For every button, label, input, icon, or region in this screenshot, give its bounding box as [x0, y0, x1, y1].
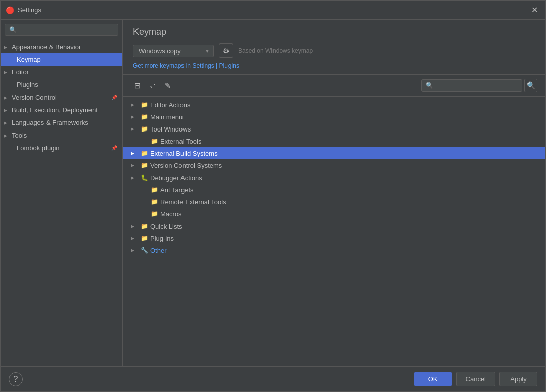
tree-item-label: Remote External Tools [160, 198, 226, 206]
based-on-text: Based on Windows keymap [238, 47, 313, 54]
gear-button[interactable]: ⚙ [219, 43, 233, 58]
arrow-icon: ▶ [4, 70, 9, 75]
sidebar-item-label: Build, Execution, Deployment [12, 106, 98, 114]
help-button[interactable]: ? [9, 372, 23, 386]
tree-arrow-icon: ▶ [131, 163, 138, 168]
close-button[interactable]: ✕ [528, 4, 540, 16]
keymap-select[interactable]: Windows copy [133, 45, 214, 57]
tree-item-main-menu[interactable]: ▶ 📁 Main menu [123, 111, 545, 123]
sidebar-item-tools[interactable]: ▶ Tools [1, 129, 122, 142]
title-bar: 🔴 Settings ✕ [1, 1, 545, 20]
sidebar-item-label: Keymap [17, 56, 41, 63]
sidebar-item-label: Plugins [17, 81, 38, 89]
tree-item-macros[interactable]: 📁 Macros [123, 208, 545, 220]
tree-item-plug-ins[interactable]: ▶ 📁 Plug-ins [123, 232, 545, 244]
tree-item-label: Debugger Actions [150, 174, 202, 182]
sidebar-item-label: Lombok plugin [17, 144, 108, 152]
tree-item-label: Ant Targets [160, 186, 194, 194]
sidebar-item-version-control[interactable]: ▶ Version Control 📌 [1, 91, 122, 104]
folder-icon: 📁 [140, 125, 148, 133]
tree-arrow-icon: ▶ [131, 151, 138, 156]
keymap-search-input[interactable] [421, 79, 522, 92]
settings-dialog: 🔴 Settings ✕ ▶ Appearance & Behavior Key… [0, 0, 546, 392]
cancel-button[interactable]: Cancel [456, 372, 495, 386]
other-icon: 🔧 [140, 246, 148, 254]
footer-right: OK Cancel Apply [414, 372, 537, 386]
tree-item-label: Tool Windows [150, 125, 191, 133]
dialog-footer: ? OK Cancel Apply [1, 366, 545, 391]
app-icon: 🔴 [6, 6, 14, 14]
collapse-icon: ⇌ [150, 81, 156, 90]
dialog-content: ▶ Appearance & Behavior Keymap ▶ Editor … [1, 20, 545, 366]
tree-arrow-icon: ▶ [131, 114, 138, 119]
sidebar-item-languages[interactable]: ▶ Languages & Frameworks [1, 116, 122, 129]
folder-icon: 📁 [140, 149, 148, 157]
main-header: Keymap Windows copy ▼ ⚙ Based on Windows… [123, 20, 545, 75]
tree-item-remote-external-tools[interactable]: 📁 Remote External Tools [123, 196, 545, 208]
pin-icon: 📌 [111, 95, 117, 100]
sidebar-item-label: Version Control [12, 94, 108, 101]
edit-shortcut-button[interactable]: ✎ [161, 79, 174, 92]
arrow-icon: ▶ [4, 120, 9, 125]
expand-all-button[interactable]: ⊟ [131, 79, 144, 92]
find-action-button[interactable]: 🔍 [524, 79, 537, 92]
sidebar-search-box [1, 20, 122, 40]
sidebar-item-build[interactable]: ▶ Build, Execution, Deployment [1, 104, 122, 116]
sidebar-item-label: Tools [12, 132, 27, 139]
toolbar-right: 🔍 [421, 79, 537, 92]
tree-item-debugger-actions[interactable]: ▶ 🐛 Debugger Actions [123, 171, 545, 184]
folder-icon: 📁 [150, 137, 158, 145]
arrow-icon: ▶ [4, 45, 9, 50]
sidebar-item-lombok[interactable]: Lombok plugin 📌 [1, 142, 122, 154]
tree-item-label: Other [150, 247, 167, 254]
tree-item-label: External Tools [160, 138, 201, 145]
tree-item-editor-actions[interactable]: ▶ 📁 Editor Actions [123, 99, 545, 111]
tree-arrow-icon: ▶ [131, 126, 138, 132]
tree-item-other[interactable]: ▶ 🔧 Other [123, 244, 545, 256]
folder-icon: 📁 [140, 222, 148, 230]
sidebar-item-label: Appearance & Behavior [12, 43, 81, 51]
tree-item-label: Editor Actions [150, 101, 191, 109]
debug-icon: 🐛 [140, 173, 148, 182]
folder-icon: 📁 [140, 161, 148, 169]
keymap-dropdown-wrapper: Windows copy ▼ [133, 45, 214, 57]
folder-icon: 📁 [140, 234, 148, 242]
tree-item-version-control-systems[interactable]: ▶ 📁 Version Control Systems [123, 159, 545, 171]
tree-item-quick-lists[interactable]: ▶ 📁 Quick Lists [123, 220, 545, 232]
sidebar: ▶ Appearance & Behavior Keymap ▶ Editor … [1, 20, 123, 366]
tree-item-ant-targets[interactable]: 📁 Ant Targets [123, 184, 545, 196]
dialog-title: Settings [18, 6, 528, 14]
sidebar-search-input[interactable] [5, 24, 118, 36]
collapse-all-button[interactable]: ⇌ [146, 79, 159, 92]
tree-item-label: Version Control Systems [150, 162, 222, 169]
tree-item-label: Quick Lists [150, 223, 183, 230]
tree-arrow-icon: ▶ [131, 224, 138, 229]
pin-icon: 📌 [111, 145, 117, 151]
main-panel: Keymap Windows copy ▼ ⚙ Based on Windows… [123, 20, 545, 366]
tree-item-external-tools[interactable]: 📁 External Tools [123, 135, 545, 147]
folder-icon: 📁 [150, 186, 158, 194]
arrow-icon: ▶ [4, 108, 9, 113]
tree-arrow-icon: ▶ [131, 236, 138, 241]
tree-item-label: External Build Systems [150, 150, 218, 157]
apply-button[interactable]: Apply [499, 372, 537, 386]
expand-icon: ⊟ [134, 81, 141, 90]
tree-arrow-icon: ▶ [131, 102, 138, 107]
sidebar-item-label: Languages & Frameworks [12, 119, 88, 126]
keymap-tree: ▶ 📁 Editor Actions ▶ 📁 Main menu ▶ 📁 Too… [123, 97, 545, 366]
sidebar-item-plugins[interactable]: Plugins [1, 78, 122, 91]
tree-item-label: Macros [160, 210, 182, 218]
toolbar-left: ⊟ ⇌ ✎ [131, 79, 174, 92]
ok-button[interactable]: OK [414, 372, 452, 386]
page-title: Keymap [133, 27, 535, 37]
sidebar-item-editor[interactable]: ▶ Editor [1, 66, 122, 78]
tree-item-tool-windows[interactable]: ▶ 📁 Tool Windows [123, 123, 545, 135]
search-icon: 🔍 [527, 81, 535, 90]
tree-item-label: Main menu [150, 113, 183, 121]
sidebar-item-keymap[interactable]: Keymap [1, 53, 122, 66]
tree-arrow-icon: ▶ [131, 175, 138, 180]
tree-item-external-build-systems[interactable]: ▶ 📁 External Build Systems [123, 147, 545, 159]
sidebar-item-appearance[interactable]: ▶ Appearance & Behavior [1, 40, 122, 53]
arrow-icon: ▶ [4, 95, 9, 100]
get-more-link[interactable]: Get more keymaps in Settings | Plugins [133, 62, 239, 69]
